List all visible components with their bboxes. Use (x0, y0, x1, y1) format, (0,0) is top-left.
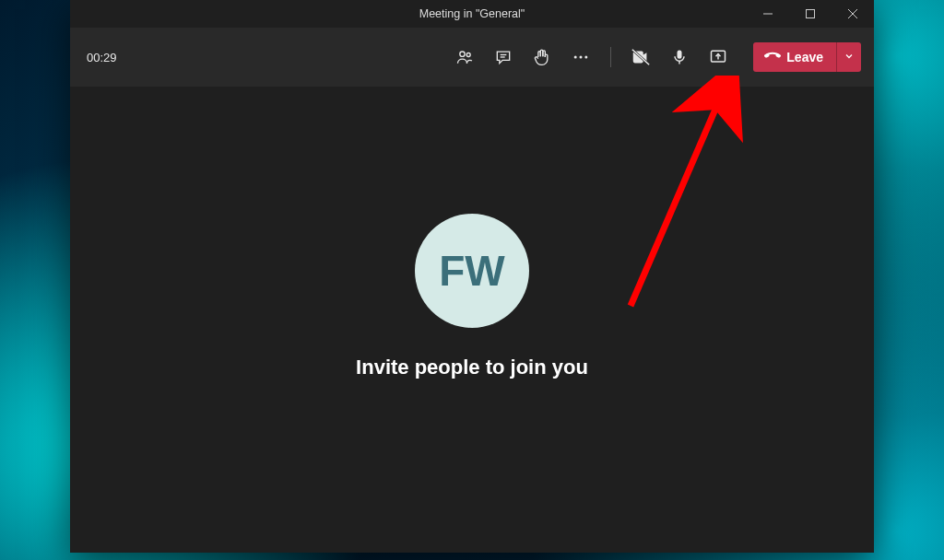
participants-icon[interactable] (454, 46, 476, 68)
svg-point-10 (585, 56, 588, 59)
mic-icon[interactable] (668, 46, 690, 68)
svg-point-8 (574, 56, 577, 59)
titlebar[interactable]: Meeting in "General" (70, 0, 874, 28)
leave-button[interactable]: Leave (753, 42, 836, 72)
svg-point-4 (460, 52, 465, 56)
toolbar-right: Leave (454, 42, 861, 72)
invite-text: Invite people to join you (356, 356, 588, 379)
close-button[interactable] (832, 0, 874, 28)
meeting-stage: FW Invite people to join you (70, 87, 874, 553)
meeting-toolbar: 00:29 (70, 28, 874, 87)
leave-button-group: Leave (753, 42, 861, 72)
hangup-icon (764, 48, 781, 67)
minimize-button[interactable] (747, 0, 789, 28)
meeting-window: Meeting in "General" 00:29 (70, 0, 874, 553)
camera-off-icon[interactable] (630, 46, 652, 68)
desktop-background: Meeting in "General" 00:29 (0, 0, 944, 560)
svg-point-9 (580, 56, 583, 59)
raise-hand-icon[interactable] (531, 46, 553, 68)
avatar: FW (415, 214, 529, 328)
chevron-down-icon (844, 49, 855, 65)
chat-icon[interactable] (492, 46, 514, 68)
svg-rect-13 (678, 51, 682, 59)
svg-rect-1 (807, 10, 815, 18)
meeting-timer: 00:29 (87, 51, 117, 64)
window-controls (747, 0, 874, 28)
leave-options-button[interactable] (836, 42, 861, 72)
window-title: Meeting in "General" (419, 7, 525, 20)
more-actions-icon[interactable] (570, 46, 592, 68)
leave-label: Leave (786, 50, 823, 64)
svg-point-5 (466, 53, 470, 57)
maximize-button[interactable] (789, 0, 832, 28)
toolbar-divider (610, 47, 611, 67)
avatar-initials: FW (439, 246, 505, 296)
share-screen-icon[interactable] (707, 46, 729, 68)
